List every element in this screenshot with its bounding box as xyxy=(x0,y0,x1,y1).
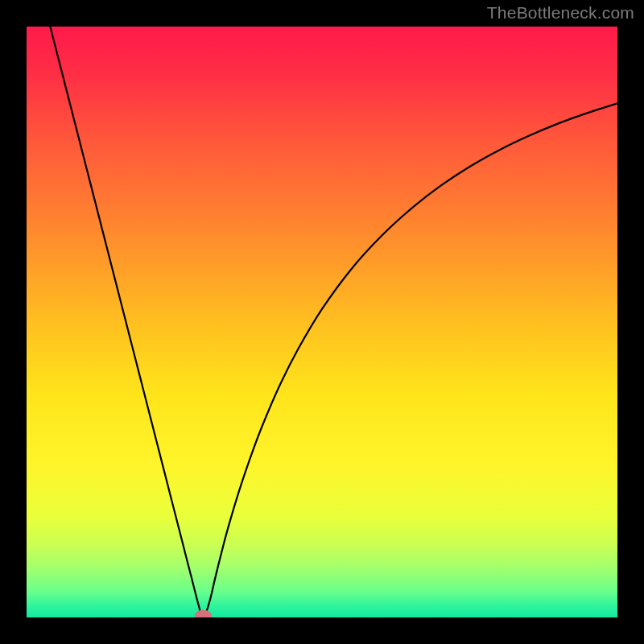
chart-svg xyxy=(27,27,617,617)
chart-plot-area xyxy=(27,27,617,617)
gradient-rect xyxy=(27,27,617,617)
watermark-text: TheBottleneck.com xyxy=(487,3,634,23)
minimum-marker xyxy=(195,610,212,617)
outer-frame: TheBottleneck.com xyxy=(0,0,644,644)
